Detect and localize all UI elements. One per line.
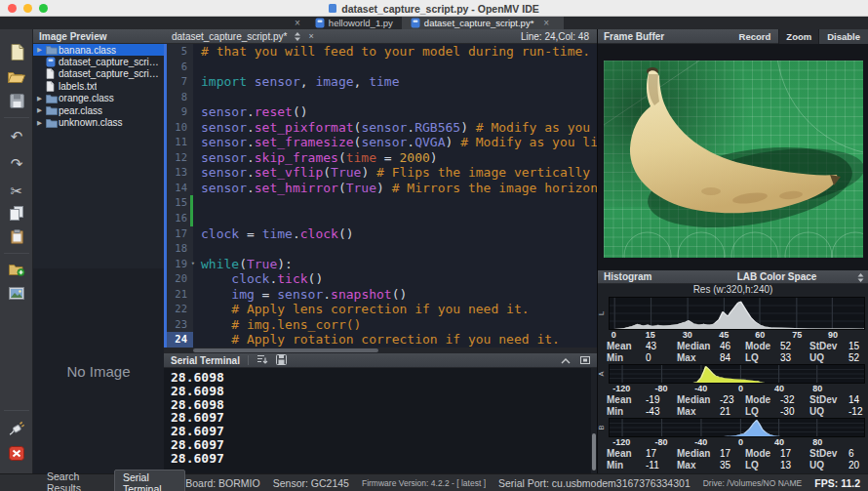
line-number: 11 <box>167 135 193 150</box>
histogram-header: Histogram LAB Color Space <box>598 270 868 284</box>
code-line[interactable]: 14sensor.set_hmirror(True) # Mirrors the… <box>167 181 597 196</box>
stat-value: 17 <box>720 448 745 460</box>
expand-caret-icon[interactable]: ▶ <box>37 95 46 102</box>
close-tab-icon[interactable]: × <box>537 18 555 28</box>
tree-item[interactable]: ▶banana.class <box>33 44 164 56</box>
zoom-button[interactable]: Zoom <box>778 29 819 44</box>
code-line[interactable]: 24 # Apply rotation correction if you ne… <box>167 332 597 348</box>
copy-button[interactable] <box>0 203 33 226</box>
editor-header: dataset_capture_script.py* × Line: 24,Co… <box>164 29 597 44</box>
code-token: True <box>331 165 361 180</box>
folder-icon <box>46 105 59 115</box>
tree-item[interactable]: labels.txt <box>33 80 164 92</box>
tree-item[interactable]: ▶unknown.class <box>33 116 164 128</box>
collapse-panel-icon[interactable] <box>561 355 571 366</box>
serial-line: 28.6097 <box>171 425 590 438</box>
serial-terminal-tab[interactable]: Serial Terminal <box>114 470 185 491</box>
stat-value: 6 <box>848 448 868 460</box>
expand-caret-icon[interactable]: ▶ <box>37 46 46 54</box>
code-token: # Apply rotation correction if you need … <box>231 332 560 347</box>
code-line[interactable]: 13sensor.set_vflip(True) # Flips the ima… <box>167 165 597 181</box>
code-line[interactable]: 11sensor.set_framesize(sensor.QVGA) # Mo… <box>167 135 597 150</box>
stat-value: 46 <box>720 341 745 352</box>
code-line[interactable]: 6 <box>167 60 597 75</box>
popout-panel-icon[interactable] <box>580 355 590 366</box>
expand-caret-icon[interactable]: ▶ <box>37 106 46 114</box>
tree-item[interactable]: ▶orange.class <box>33 93 164 104</box>
code-line[interactable]: 17clock = time.clock() <box>167 226 597 242</box>
stat-label: Max <box>677 460 720 471</box>
record-button[interactable]: Record <box>731 29 779 44</box>
serial-terminal-header: Serial Terminal <box>164 353 597 368</box>
code-line[interactable]: 7import sensor, image, time <box>167 74 597 90</box>
new-file-button[interactable] <box>0 42 33 65</box>
stat-value: 17 <box>780 448 809 460</box>
close-tab-icon[interactable]: × <box>289 18 306 28</box>
histogram-channel-l: L0153045607590Mean43Median46Mode52StDev1… <box>598 297 868 364</box>
window-title-area: dataset_capture_script.py - OpenMV IDE <box>0 0 868 17</box>
save-button[interactable] <box>0 91 33 114</box>
code-line[interactable]: 5# that you will feed to your model duri… <box>167 44 597 60</box>
code-token: . <box>247 120 255 135</box>
frame-buffer-header: Frame Buffer Record Zoom Disable <box>598 29 868 44</box>
disable-button[interactable]: Disable <box>819 29 868 44</box>
stat-value: -11 <box>646 460 677 471</box>
undo-button[interactable]: ↶ <box>0 125 33 148</box>
scrollbar-handle[interactable] <box>592 433 596 471</box>
redo-button[interactable]: ↷ <box>0 152 33 176</box>
tree-item-label: dataset_capture_script.py... <box>59 68 164 79</box>
code-line[interactable]: 21 img = sensor.snapshot() <box>167 287 597 303</box>
tree-item-label: labels.txt <box>59 81 97 92</box>
code-token <box>201 317 231 332</box>
window-controls <box>8 4 48 13</box>
fold-icon[interactable]: ▾ <box>191 257 195 272</box>
tab-helloworld[interactable]: helloworld_1.py <box>306 17 402 29</box>
code-line[interactable]: 18 <box>167 241 597 257</box>
code-token: # Mirrors the image horizontally <box>392 181 597 195</box>
toolbar-divider <box>4 117 29 118</box>
tree-item[interactable]: dataset_capture_script.py <box>33 56 164 67</box>
code-line[interactable]: 12sensor.skip_frames(time = 2000) <box>167 150 597 166</box>
code-editor[interactable]: 5# that you will feed to your model duri… <box>164 44 597 348</box>
cut-button[interactable]: ✂ <box>0 180 33 203</box>
code-line[interactable]: 9sensor.reset() <box>167 104 597 120</box>
split-editor-icon[interactable] <box>294 32 301 41</box>
close-editor-icon[interactable]: × <box>308 31 313 41</box>
code-token: time <box>262 226 293 241</box>
code-line[interactable]: 19▾while(True): <box>167 257 597 272</box>
open-folder-button[interactable] <box>0 66 33 90</box>
disconnect-button[interactable] <box>0 443 33 467</box>
expand-caret-icon[interactable]: ▶ <box>37 119 46 127</box>
code-line[interactable]: 22 # Apply lens correction if you need i… <box>167 302 597 317</box>
code-line[interactable]: 8 <box>167 90 597 105</box>
capture-image-button[interactable] <box>0 283 33 307</box>
autoscroll-icon[interactable] <box>256 354 268 367</box>
scrollbar-handle[interactable] <box>193 348 378 352</box>
frame-buffer-view[interactable] <box>598 44 868 270</box>
code-line[interactable]: 20 clock.tick() <box>167 271 597 287</box>
paste-button[interactable] <box>0 226 33 250</box>
minimize-window-button[interactable] <box>23 4 32 13</box>
close-window-button[interactable] <box>8 4 17 13</box>
tab-dataset-capture-script[interactable]: dataset_capture_script.py* × <box>402 17 564 29</box>
frame-buffer-panel: Frame Buffer Record Zoom Disable <box>597 29 868 473</box>
line-number: 19▾ <box>167 257 193 272</box>
stat-value: -19 <box>646 394 677 406</box>
serial-terminal-output[interactable]: 28.609828.609828.609828.609728.609728.60… <box>164 368 597 473</box>
new-dataset-button[interactable] <box>0 260 33 283</box>
save-log-icon[interactable] <box>276 354 287 367</box>
code-line[interactable]: 10sensor.set_pixformat(sensor.RGB565) # … <box>167 120 597 136</box>
code-line[interactable]: 16 <box>167 211 597 226</box>
color-space-dropdown[interactable]: LAB Color Space <box>686 270 868 282</box>
search-results-tab[interactable]: Search Results <box>39 470 110 491</box>
maximize-window-button[interactable] <box>39 4 48 13</box>
code-line[interactable]: 23 # img.lens_corr() <box>167 317 597 333</box>
dataset-file-tree[interactable]: ▶banana.classdataset_capture_script.pyda… <box>33 44 164 256</box>
tree-item[interactable]: dataset_capture_script.py... <box>33 68 164 80</box>
code-token: # Modify as you like. <box>460 135 597 149</box>
tree-item[interactable]: ▶pear.class <box>33 104 164 116</box>
connect-button[interactable] <box>0 418 33 441</box>
code-line[interactable]: 15 <box>167 195 597 211</box>
stat-label: StDev <box>809 394 848 406</box>
axis-tick-label: 75 <box>792 330 802 340</box>
